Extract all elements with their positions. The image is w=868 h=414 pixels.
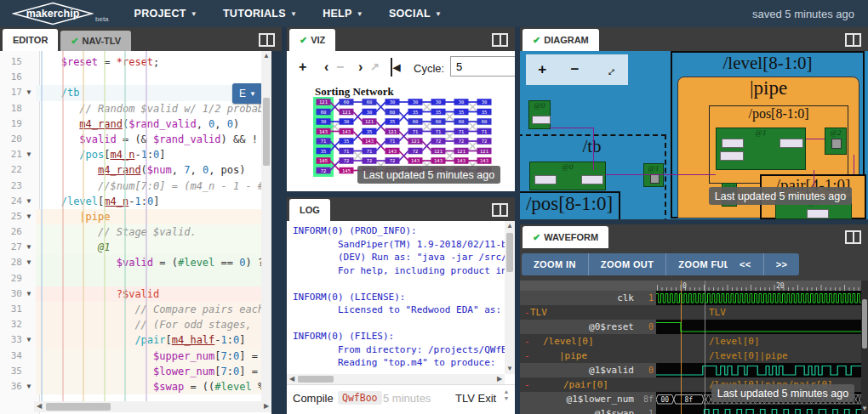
code-text[interactable]: $upper_num[7:0] = bbox=[36, 349, 261, 364]
zoom-in-button[interactable]: ZOOM IN bbox=[522, 253, 589, 275]
fold-arrow-icon[interactable]: ▼ bbox=[22, 332, 36, 348]
wave-signal-row[interactable]: clk1 bbox=[520, 291, 656, 305]
code-text[interactable]: //$num[7:0] = (m4_n - 1 - # bbox=[36, 179, 261, 194]
wave-signal-name[interactable]: @0$reset bbox=[589, 321, 634, 332]
zoom-in-icon[interactable]: + bbox=[299, 58, 306, 77]
wave-group-name[interactable]: |pipe bbox=[559, 350, 587, 361]
makerchip-logo[interactable]: makerchip beta bbox=[12, 2, 109, 26]
waveform-cursor-secondary[interactable] bbox=[705, 281, 705, 414]
tab-log[interactable]: LOG bbox=[289, 199, 330, 221]
code-text[interactable]: m4_rand($num, 7, 0, pos) bbox=[36, 162, 261, 178]
signal-chip[interactable] bbox=[831, 139, 842, 149]
code-text[interactable]: // Random $valid w/ 1/2 probab bbox=[36, 101, 261, 116]
scroll-thumb[interactable] bbox=[46, 403, 111, 411]
cycle-input[interactable] bbox=[450, 56, 515, 77]
collapse-icon[interactable]: - bbox=[524, 307, 530, 318]
scroll-up-icon[interactable]: ▲ bbox=[261, 51, 271, 61]
wave-group-name[interactable]: /pair[0] bbox=[563, 379, 608, 390]
code-text[interactable] bbox=[36, 70, 261, 85]
wave-signal-row[interactable]: @1$lower_num8f bbox=[520, 392, 656, 406]
wave-group-row[interactable]: -/level[0] bbox=[520, 334, 861, 349]
signal-chip[interactable] bbox=[581, 175, 603, 184]
compile-id-chip[interactable]: QwfBoo bbox=[338, 391, 382, 405]
collapse-icon[interactable]: - bbox=[524, 379, 530, 390]
waveform-cursor[interactable] bbox=[681, 281, 682, 414]
menu-social[interactable]: SOCIAL▼ bbox=[389, 8, 442, 20]
wave-group-name[interactable]: /level[0] bbox=[543, 336, 594, 347]
wave-group-name[interactable]: TLV bbox=[530, 307, 547, 318]
scroll-left-button[interactable]: << bbox=[728, 253, 764, 275]
zoom-out-icon[interactable]: − bbox=[336, 58, 344, 77]
code-text[interactable]: // Compare pairs each bbox=[36, 302, 261, 317]
split-pane-icon[interactable] bbox=[492, 203, 508, 217]
code-editor[interactable]: 15 $reset = *reset;1617▼ /tb18 // Random… bbox=[0, 51, 271, 414]
jump-forward-icon[interactable]: ↗ bbox=[370, 58, 380, 77]
wave-signal-name[interactable]: @1$swap bbox=[595, 408, 634, 414]
menu-tutorials[interactable]: TUTORIALS▼ bbox=[223, 8, 297, 20]
zoom-in-icon[interactable]: + bbox=[538, 61, 546, 78]
code-text[interactable]: m4_rand($rand_valid, 0, 0) bbox=[36, 116, 261, 132]
menu-help[interactable]: HELP▼ bbox=[323, 8, 363, 20]
scroll-left-icon[interactable]: ◀ bbox=[34, 401, 44, 412]
tab-waveform[interactable]: ✔WAVEFORM bbox=[523, 226, 608, 248]
tb-stage-at1-box[interactable]: @1 bbox=[643, 163, 664, 187]
fold-arrow-icon[interactable]: ▼ bbox=[22, 379, 36, 394]
fold-arrow-icon[interactable]: ▼ bbox=[22, 240, 36, 255]
signal-chip[interactable] bbox=[720, 151, 744, 161]
signal-chip[interactable] bbox=[807, 209, 829, 218]
fold-arrow-icon[interactable]: ▼ bbox=[22, 209, 36, 224]
step-forward-icon[interactable]: › bbox=[358, 58, 363, 77]
scroll-thumb[interactable] bbox=[263, 98, 270, 166]
wave-group-row[interactable]: -TLV bbox=[520, 305, 861, 320]
collapse-icon[interactable]: - bbox=[524, 336, 530, 347]
split-pane-icon[interactable] bbox=[845, 33, 861, 47]
scroll-thumb[interactable] bbox=[506, 233, 513, 272]
fold-arrow-icon[interactable]: ▼ bbox=[22, 147, 36, 162]
signal-chip[interactable] bbox=[534, 175, 557, 184]
code-text[interactable]: $valid = (#level == 0) ? bbox=[36, 255, 261, 270]
signal-chip[interactable] bbox=[650, 174, 660, 184]
wave-signal-row[interactable]: @1$swap1 bbox=[520, 406, 656, 414]
code-text[interactable] bbox=[36, 271, 261, 286]
fold-arrow-icon[interactable]: ▼ bbox=[22, 85, 36, 100]
split-pane-icon[interactable] bbox=[845, 230, 861, 244]
scroll-left-icon[interactable]: ◀ bbox=[287, 374, 297, 384]
tab-diagram[interactable]: ✔DIAGRAM bbox=[523, 29, 599, 51]
code-text[interactable]: $swap = ((#level % bbox=[36, 379, 261, 394]
code-text[interactable]: $lower_num[7:0] = bbox=[36, 364, 261, 379]
scroll-down-icon[interactable]: ▼ bbox=[505, 364, 515, 374]
signal-chip[interactable] bbox=[722, 139, 744, 148]
code-text[interactable]: $valid = (& $rand_valid) && ! bbox=[36, 132, 261, 147]
waveform-vscrollbar[interactable]: ▼ bbox=[861, 281, 868, 414]
scroll-right-icon[interactable]: ▶ bbox=[494, 374, 505, 384]
split-pane-icon[interactable] bbox=[492, 33, 508, 47]
code-text[interactable]: // (For odd stages, bbox=[36, 317, 261, 332]
signal-chip[interactable] bbox=[779, 139, 803, 148]
split-pane-icon[interactable] bbox=[259, 33, 275, 47]
code-text[interactable]: |pipe bbox=[36, 209, 261, 224]
code-text[interactable]: ?$valid bbox=[36, 286, 261, 302]
zoom-out-button[interactable]: ZOOM OUT bbox=[589, 253, 666, 275]
expand-icon[interactable]: ↔ bbox=[600, 60, 620, 80]
code-text[interactable]: /level[m4_n-1:0] bbox=[36, 194, 261, 209]
scroll-down-icon[interactable]: ▼ bbox=[861, 404, 868, 414]
tab-viz[interactable]: ✔VIZ bbox=[289, 29, 335, 51]
wave-signal-row[interactable]: @0$reset0 bbox=[520, 320, 656, 334]
scroll-thumb[interactable] bbox=[298, 376, 334, 383]
code-text[interactable]: /pos[m4_n-1:0] bbox=[36, 147, 261, 162]
fold-arrow-icon[interactable]: ▼ bbox=[22, 194, 36, 209]
scroll-right-icon[interactable]: ▶ bbox=[261, 401, 271, 412]
tb-stage-at0-box[interactable]: @0 bbox=[529, 162, 606, 190]
code-text[interactable]: $reset = *reset; bbox=[36, 54, 261, 70]
code-text[interactable]: // Stage $valid. bbox=[36, 224, 261, 240]
wave-signal-name[interactable]: @1$valid bbox=[589, 365, 634, 376]
diagram-pos2-scope[interactable]: /pos[8-1:0] bbox=[520, 191, 620, 219]
fold-arrow-icon[interactable]: ▼ bbox=[22, 255, 36, 270]
tab-nav-tlv[interactable]: ✔NAV-TLV bbox=[60, 31, 131, 51]
step-back-icon[interactable]: ‹ bbox=[324, 58, 328, 77]
wave-group-row[interactable]: -|pipe bbox=[520, 349, 861, 363]
wave-signal-name[interactable]: @1$lower_num bbox=[567, 394, 634, 405]
fold-arrow-icon[interactable]: ▼ bbox=[22, 286, 36, 302]
collapse-icon[interactable]: - bbox=[524, 350, 530, 361]
scroll-thumb[interactable] bbox=[862, 299, 867, 349]
